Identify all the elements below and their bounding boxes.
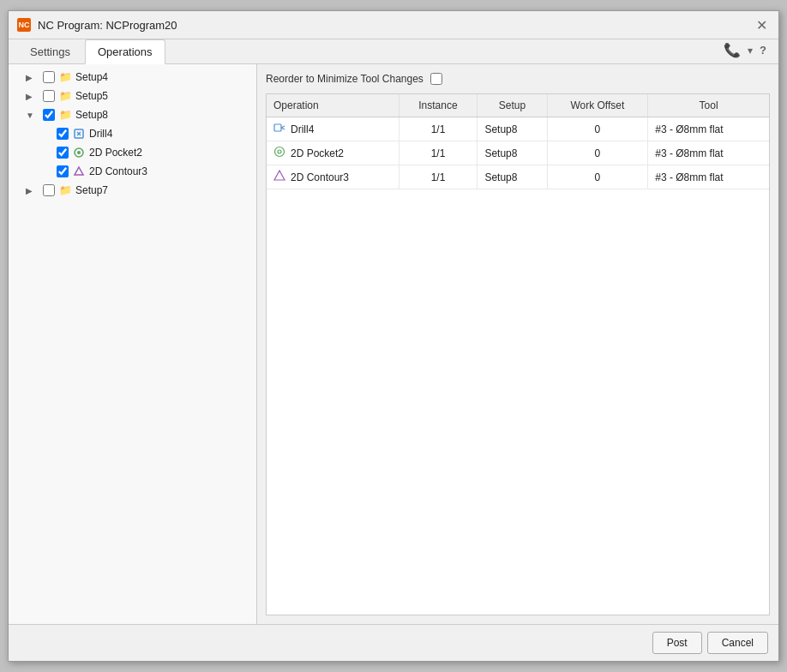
col-work-offset: Work Offset bbox=[547, 94, 648, 117]
col-setup: Setup bbox=[478, 94, 547, 117]
tree-item-drill4[interactable]: Drill4 bbox=[9, 124, 256, 143]
label-setup8: Setup8 bbox=[75, 109, 108, 121]
cell-operation-3: 2D Contour3 bbox=[267, 165, 399, 189]
operations-table-container: Operation Instance Setup Work Offset Too… bbox=[266, 93, 770, 615]
svg-rect-6 bbox=[274, 124, 281, 131]
op-icon-drill bbox=[273, 122, 285, 136]
cell-instance-1: 1/1 bbox=[399, 117, 478, 141]
tree-item-contour3[interactable]: 2D Contour3 bbox=[9, 162, 256, 181]
cell-tool-1: #3 - Ø8mm flat bbox=[648, 117, 769, 141]
cell-instance-3: 1/1 bbox=[399, 165, 478, 189]
col-tool: Tool bbox=[648, 94, 769, 117]
checkbox-setup4[interactable] bbox=[43, 71, 55, 83]
folder-icon-setup4: 📁 bbox=[58, 70, 72, 84]
svg-point-10 bbox=[278, 150, 281, 153]
help-button[interactable]: ? bbox=[756, 42, 770, 58]
label-setup5: Setup5 bbox=[75, 90, 108, 102]
label-setup7: Setup7 bbox=[75, 184, 108, 196]
table-row[interactable]: 2D Contour3 1/1 Setup8 0 #3 - Ø8mm flat bbox=[267, 165, 769, 189]
window-title: NC Program: NCProgram20 bbox=[38, 19, 746, 32]
cell-setup-1: Setup8 bbox=[478, 117, 547, 141]
label-drill4: Drill4 bbox=[89, 128, 112, 140]
tree-item-pocket2[interactable]: 2D Pocket2 bbox=[9, 143, 256, 162]
svg-line-8 bbox=[281, 128, 285, 129]
tree-item-setup7[interactable]: ▶ 📁 Setup7 bbox=[9, 181, 256, 200]
tab-settings[interactable]: Settings bbox=[17, 39, 83, 63]
folder-icon-setup7: 📁 bbox=[58, 183, 72, 197]
tree-item-setup8[interactable]: ▼ 📁 Setup8 bbox=[9, 105, 256, 124]
title-bar: NC NC Program: NCProgram20 ✕ bbox=[9, 11, 778, 39]
tree-arrow-setup8: ▼ bbox=[26, 111, 39, 120]
reorder-row: Reorder to Minimize Tool Changes bbox=[266, 73, 770, 85]
tab-actions: 📞 ▾ ? bbox=[720, 40, 770, 63]
svg-point-4 bbox=[77, 151, 81, 154]
label-setup4: Setup4 bbox=[75, 71, 108, 83]
reorder-label: Reorder to Minimize Tool Changes bbox=[266, 73, 424, 85]
cell-operation-1: Drill4 bbox=[267, 117, 399, 141]
content-area: ▶ 📁 Setup4 ▶ 📁 Setup5 ▼ 📁 Setup8 bbox=[9, 64, 778, 624]
table-row[interactable]: Drill4 1/1 Setup8 0 #3 - Ø8mm flat bbox=[267, 117, 769, 141]
checkbox-setup8[interactable] bbox=[43, 109, 55, 121]
label-contour3: 2D Contour3 bbox=[89, 165, 147, 177]
table-row[interactable]: 2D Pocket2 1/1 Setup8 0 #3 - Ø8mm flat bbox=[267, 141, 769, 165]
cell-offset-1: 0 bbox=[547, 117, 648, 141]
tab-operations[interactable]: Operations bbox=[85, 39, 165, 64]
tree-arrow-setup7: ▶ bbox=[26, 186, 39, 195]
app-icon: NC bbox=[17, 18, 31, 32]
svg-point-9 bbox=[275, 147, 285, 157]
operations-table: Operation Instance Setup Work Offset Too… bbox=[267, 94, 769, 189]
svg-marker-5 bbox=[75, 167, 83, 175]
tree-item-setup5[interactable]: ▶ 📁 Setup5 bbox=[9, 87, 256, 105]
tree-item-setup4[interactable]: ▶ 📁 Setup4 bbox=[9, 68, 256, 87]
reorder-checkbox[interactable] bbox=[430, 73, 442, 85]
col-operation: Operation bbox=[267, 94, 399, 117]
drill-icon-drill4 bbox=[72, 127, 86, 141]
close-button[interactable]: ✕ bbox=[753, 16, 770, 33]
tab-bar: Settings Operations 📞 ▾ ? bbox=[9, 39, 778, 64]
cell-tool-3: #3 - Ø8mm flat bbox=[648, 165, 769, 189]
cell-instance-2: 1/1 bbox=[399, 141, 478, 165]
svg-marker-11 bbox=[274, 171, 285, 180]
dialog-window: NC NC Program: NCProgram20 ✕ Settings Op… bbox=[8, 10, 779, 662]
main-panel: Reorder to Minimize Tool Changes Operati… bbox=[257, 64, 778, 624]
contour-icon-contour3 bbox=[72, 165, 86, 178]
checkbox-contour3[interactable] bbox=[57, 165, 69, 177]
op-icon-contour bbox=[273, 170, 285, 184]
post-button[interactable]: Post bbox=[652, 632, 702, 654]
tree-arrow-setup5: ▶ bbox=[26, 92, 39, 101]
op-icon-pocket bbox=[273, 146, 285, 160]
checkbox-drill4[interactable] bbox=[57, 128, 69, 140]
phone-icon-button[interactable]: 📞 bbox=[720, 40, 744, 60]
col-instance: Instance bbox=[399, 94, 478, 117]
checkbox-pocket2[interactable] bbox=[57, 147, 69, 159]
label-pocket2: 2D Pocket2 bbox=[89, 147, 142, 159]
cell-offset-3: 0 bbox=[547, 165, 648, 189]
folder-icon-setup8: 📁 bbox=[58, 108, 72, 122]
checkbox-setup7[interactable] bbox=[43, 184, 55, 196]
chevron-down-icon: ▾ bbox=[748, 45, 753, 57]
cell-offset-2: 0 bbox=[547, 141, 648, 165]
cancel-button[interactable]: Cancel bbox=[707, 632, 768, 654]
pocket-icon-pocket2 bbox=[72, 146, 86, 159]
table-header-row: Operation Instance Setup Work Offset Too… bbox=[267, 94, 769, 117]
checkbox-setup5[interactable] bbox=[43, 90, 55, 102]
footer: Post Cancel bbox=[9, 624, 778, 661]
tree-panel: ▶ 📁 Setup4 ▶ 📁 Setup5 ▼ 📁 Setup8 bbox=[9, 64, 257, 624]
cell-setup-2: Setup8 bbox=[478, 141, 547, 165]
cell-setup-3: Setup8 bbox=[478, 165, 547, 189]
cell-operation-2: 2D Pocket2 bbox=[267, 141, 399, 165]
folder-icon-setup5: 📁 bbox=[58, 89, 72, 103]
tree-arrow-setup4: ▶ bbox=[26, 73, 39, 82]
cell-tool-2: #3 - Ø8mm flat bbox=[648, 141, 769, 165]
